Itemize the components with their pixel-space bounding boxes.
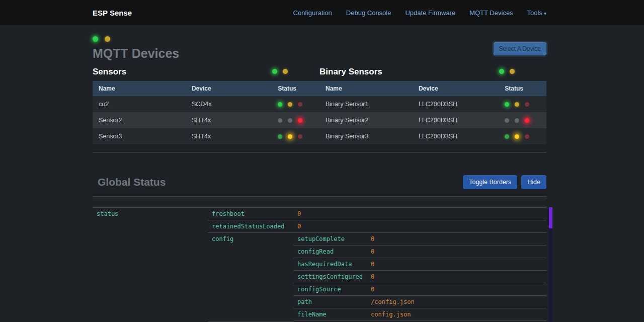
table-row[interactable]: Sensor2SHT4x bbox=[93, 112, 319, 128]
brand: ESP Sense bbox=[93, 9, 132, 17]
sensor-tables: SensorsNameDeviceStatusco2SCD4xSensor2SH… bbox=[93, 66, 546, 144]
column-header: Status bbox=[499, 81, 546, 96]
cell-status bbox=[272, 128, 319, 144]
nav-links: ConfigurationDebug ConsoleUpdate Firmwar… bbox=[279, 9, 546, 17]
scrollbar-thumb[interactable] bbox=[549, 207, 552, 228]
cell-status bbox=[499, 112, 546, 128]
status-key: settingsConfigured bbox=[293, 271, 367, 283]
nav-link-update-firmware[interactable]: Update Firmware bbox=[405, 9, 455, 17]
status-row: configSource0 bbox=[293, 283, 546, 296]
column-header: Name bbox=[93, 81, 186, 96]
status-row: setupComplete0 bbox=[293, 233, 546, 246]
cell-status bbox=[499, 96, 546, 112]
status-key: hasRequiredData bbox=[293, 258, 367, 271]
red-dot bbox=[298, 102, 302, 107]
red-dot bbox=[298, 134, 302, 139]
status-value: 0 bbox=[367, 271, 546, 283]
status-row: configsetupComplete0configRead0hasRequir… bbox=[208, 233, 546, 321]
table-row[interactable]: Binary Sensor1LLC200D3SH bbox=[319, 96, 546, 112]
green-dot bbox=[505, 134, 509, 139]
status-value: 0 bbox=[367, 258, 546, 271]
page-title: MQTT Devices bbox=[93, 46, 546, 61]
status-key: configRead bbox=[293, 246, 367, 258]
status-key: status bbox=[93, 208, 208, 322]
cell-device: LLC200D3SH bbox=[413, 128, 499, 144]
global-status-panel: statusfreshboot0retainedStatusLoaded0con… bbox=[93, 207, 546, 322]
column-header: Name bbox=[319, 81, 413, 96]
status-tree: statusfreshboot0retainedStatusLoaded0con… bbox=[93, 207, 546, 322]
status-key: freshboot bbox=[208, 208, 293, 220]
yellow-dot bbox=[510, 69, 515, 74]
divider bbox=[93, 200, 546, 200]
status-value: 0 bbox=[293, 220, 546, 233]
cell-name: Binary Sensor1 bbox=[319, 96, 413, 112]
status-value: 0 bbox=[367, 283, 546, 296]
status-value: /config.json bbox=[367, 296, 546, 308]
table-binary-sensors: Binary SensorsNameDeviceStatusBinary Sen… bbox=[319, 66, 546, 144]
yellow-dot bbox=[288, 102, 292, 107]
table-row[interactable]: co2SCD4x bbox=[93, 96, 319, 112]
table-title: Sensors bbox=[93, 67, 126, 77]
nav-link-mqtt-devices[interactable]: MQTT Devices bbox=[469, 9, 513, 17]
hide-button[interactable]: Hide bbox=[521, 175, 546, 189]
status-row: retainedStatusLoaded0 bbox=[208, 220, 546, 233]
column-header: Device bbox=[186, 81, 272, 96]
select-device-button[interactable]: Select A Device bbox=[494, 42, 546, 55]
table-row[interactable]: Sensor3SHT4x bbox=[93, 128, 319, 144]
red-dot bbox=[525, 118, 529, 123]
table-status-dots bbox=[499, 69, 515, 74]
status-row: statusfreshboot0retainedStatusLoaded0con… bbox=[93, 208, 546, 322]
divider bbox=[93, 196, 546, 197]
status-value: 0 bbox=[367, 246, 546, 258]
navbar: ESP Sense ConfigurationDebug ConsoleUpda… bbox=[0, 0, 644, 25]
page-header: MQTT Devices Select A Device bbox=[93, 25, 546, 61]
green-dot bbox=[272, 69, 277, 74]
gray-dot bbox=[288, 118, 292, 123]
status-value: 0 bbox=[367, 233, 546, 246]
yellow-dot bbox=[288, 134, 292, 139]
green-dot bbox=[499, 69, 504, 74]
nav-link-tools[interactable]: Tools▾ bbox=[527, 9, 546, 17]
nav-link-debug-console[interactable]: Debug Console bbox=[346, 9, 391, 17]
table-title: Binary Sensors bbox=[319, 67, 382, 77]
status-value: config.json bbox=[367, 308, 546, 321]
caret-down-icon: ▾ bbox=[544, 11, 546, 16]
table-row[interactable]: Binary Sensor2LLC200D3SH bbox=[319, 112, 546, 128]
red-dot bbox=[525, 134, 529, 139]
green-dot bbox=[505, 102, 509, 107]
status-value: 0 bbox=[293, 208, 546, 220]
green-dot bbox=[278, 102, 282, 107]
column-header: Status bbox=[272, 81, 319, 96]
cell-name: co2 bbox=[93, 96, 186, 112]
cell-name: Sensor3 bbox=[93, 128, 186, 144]
section-divider bbox=[93, 152, 546, 153]
status-key: configSource bbox=[293, 283, 367, 296]
red-dot bbox=[525, 102, 529, 107]
yellow-dot bbox=[283, 69, 288, 74]
nav-link-configuration[interactable]: Configuration bbox=[293, 9, 332, 17]
toggle-borders-button[interactable]: Toggle Borders bbox=[463, 175, 517, 189]
status-row: configRead0 bbox=[293, 246, 546, 258]
status-row: settingsConfigured0 bbox=[293, 271, 546, 283]
global-status-dots bbox=[93, 35, 546, 42]
cell-name: Binary Sensor3 bbox=[319, 128, 413, 144]
cell-device: SCD4x bbox=[186, 96, 272, 112]
yellow-dot bbox=[515, 102, 519, 107]
green-dot bbox=[278, 134, 282, 139]
global-status-title: Global Status bbox=[98, 176, 166, 188]
table-sensors: SensorsNameDeviceStatusco2SCD4xSensor2SH… bbox=[93, 66, 319, 144]
status-key: fileName bbox=[293, 308, 367, 321]
gray-dot bbox=[515, 118, 519, 123]
status-key: path bbox=[293, 296, 367, 308]
table-row[interactable]: Binary Sensor3LLC200D3SH bbox=[319, 128, 546, 144]
table-status-dots bbox=[272, 69, 288, 74]
yellow-dot bbox=[105, 36, 110, 42]
cell-status bbox=[272, 112, 319, 128]
cell-device: SHT4x bbox=[186, 128, 272, 144]
scrollbar[interactable] bbox=[549, 207, 552, 322]
column-header: Device bbox=[413, 81, 499, 96]
status-row: fileNameconfig.json bbox=[293, 308, 546, 321]
gray-dot bbox=[505, 118, 509, 123]
cell-status bbox=[272, 96, 319, 112]
yellow-dot bbox=[515, 134, 519, 139]
